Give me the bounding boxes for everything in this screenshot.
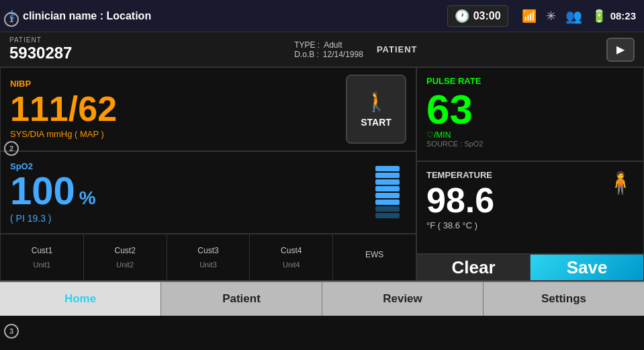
spo2-pi: ( PI 19.3 ) <box>10 213 375 224</box>
tab-review[interactable]: Review <box>322 282 484 316</box>
start-label: START <box>361 117 392 128</box>
bar-seg-6 <box>375 200 400 205</box>
ews-top: EWS <box>365 250 383 259</box>
app-wrapper: 1 2 3 ⚕ clinician name : Location 🕐 03:0… <box>0 0 644 350</box>
bar-seg-3 <box>375 179 400 185</box>
top-bar-center: 🕐 03:00 <box>447 5 508 27</box>
pulse-panel: PULSE RATE 63 ♡/MIN SOURCE : SpO2 <box>416 67 644 161</box>
cust2-bottom: Unit2 <box>116 261 134 269</box>
temp-label: TEMPERATURE <box>426 170 600 180</box>
patient-id: 5930287 <box>9 44 267 62</box>
bar-seg-5 <box>375 193 400 198</box>
dob-value: 12/14/1998 <box>323 50 363 59</box>
patient-right-label: PATIENT <box>377 44 418 54</box>
annotation-2: 2 <box>4 141 19 156</box>
nibp-label: NIBP <box>10 79 339 89</box>
temp-unit: °F ( 38.6 °C ) <box>426 220 600 230</box>
spo2-panel: SpO2 100 % ( PI 19.3 ) <box>0 151 416 234</box>
custom-cell-3[interactable]: Cust3 Unit3 <box>167 234 250 280</box>
temp-panel: TEMPERATURE 98.6 °F ( 38.6 °C ) 🧍 <box>416 161 644 254</box>
cust1-bottom: Unit1 <box>34 261 51 269</box>
body-temp-icon: 🧍 <box>607 170 634 195</box>
patient-type-row: TYPE : Adult <box>294 40 342 50</box>
cust3-top: Cust3 <box>197 246 218 255</box>
bar-seg-1 <box>375 166 400 171</box>
bottom-nav: Home Patient Review Settings <box>0 281 644 316</box>
pulse-value: 63 <box>426 89 634 130</box>
temp-value: 98.6 <box>426 183 600 218</box>
main-content: NIBP 111/62 SYS/DIA mmHg ( MAP ) 🚶 START… <box>0 67 644 281</box>
cust4-bottom: Unit4 <box>283 261 300 269</box>
timer-display: 🕐 03:00 <box>447 5 508 27</box>
nibp-panel: NIBP 111/62 SYS/DIA mmHg ( MAP ) 🚶 START <box>0 67 416 151</box>
custom-cell-4[interactable]: Cust4 Unit4 <box>250 234 333 280</box>
cust2-top: Cust2 <box>115 246 136 255</box>
loading-icon: ✳ <box>546 9 556 24</box>
spo2-data: SpO2 100 % ( PI 19.3 ) <box>10 161 375 224</box>
nibp-unit: SYS/DIA mmHg ( MAP ) <box>10 129 339 139</box>
patient-info-left: PATIENT 5930287 <box>9 36 267 62</box>
cust3-bottom: Unit3 <box>199 261 217 269</box>
spo2-percent: % <box>79 187 96 209</box>
patient-info-right: PATIENT ▶ <box>363 38 635 62</box>
patient-dob-row: D.o.B : 12/14/1998 <box>294 50 363 59</box>
nibp-value: 111/62 <box>10 91 339 126</box>
spo2-value: 100 <box>10 171 75 210</box>
signal-bars-icon: 📶 <box>522 9 537 24</box>
annotation-1: 1 <box>4 12 19 27</box>
custom-cell-2[interactable]: Cust2 Unit2 <box>84 234 167 280</box>
tab-settings-label: Settings <box>541 292 586 306</box>
person-icon: 🚶 <box>365 91 388 113</box>
annotation-3: 3 <box>4 324 19 339</box>
cust4-top: Cust4 <box>281 246 302 255</box>
temp-data: TEMPERATURE 98.6 °F ( 38.6 °C ) <box>426 170 600 230</box>
custom-cell-1[interactable]: Cust1 Unit1 <box>1 234 84 280</box>
tab-home[interactable]: Home <box>0 282 161 316</box>
tab-patient[interactable]: Patient <box>161 282 322 316</box>
type-value: Adult <box>324 40 342 50</box>
top-bar-left: ⚕ clinician name : Location <box>8 7 447 25</box>
play-icon: ▶ <box>616 43 625 56</box>
play-button[interactable]: ▶ <box>606 38 635 62</box>
patient-label: PATIENT <box>9 36 267 44</box>
tab-patient-label: Patient <box>222 292 261 306</box>
top-bar-right: 📶 ✳ 👥 🔋 08:23 <box>522 8 636 24</box>
right-column: PULSE RATE 63 ♡/MIN SOURCE : SpO2 TEMPER… <box>416 67 644 281</box>
top-bar: ⚕ clinician name : Location 🕐 03:00 📶 ✳ … <box>0 0 644 32</box>
nibp-start-button[interactable]: 🚶 START <box>346 75 406 144</box>
save-button[interactable]: Save <box>531 255 643 280</box>
tab-settings[interactable]: Settings <box>484 282 644 316</box>
patient-info-center: TYPE : Adult D.o.B : 12/14/1998 <box>294 40 363 59</box>
users-icon: 👥 <box>565 8 582 24</box>
bar-seg-7 <box>375 206 400 212</box>
battery-section: 🔋 08:23 <box>592 9 636 24</box>
tab-review-label: Review <box>383 292 422 306</box>
nibp-data: NIBP 111/62 SYS/DIA mmHg ( MAP ) <box>10 75 339 144</box>
clinician-name: clinician name : Location <box>23 10 151 22</box>
clock-value: 08:23 <box>610 10 636 21</box>
cust1-top: Cust1 <box>32 246 52 255</box>
bar-seg-2 <box>375 173 400 178</box>
clear-button[interactable]: Clear <box>417 255 531 280</box>
patient-header: PATIENT 5930287 TYPE : Adult D.o.B : 12/… <box>0 32 644 67</box>
timer-icon: 🕐 <box>455 9 469 24</box>
custom-cell-ews[interactable]: EWS <box>333 234 416 280</box>
type-label: TYPE : <box>294 40 320 50</box>
bar-seg-4 <box>375 186 400 191</box>
bar-seg-8 <box>375 213 400 218</box>
action-buttons: Clear Save <box>416 254 644 281</box>
pulse-source: SOURCE : SpO2 <box>426 140 634 148</box>
dob-label: D.o.B : <box>294 50 319 59</box>
timer-value: 03:00 <box>473 10 501 22</box>
custom-row: Cust1 Unit1 Cust2 Unit2 Cust3 Unit3 Cust… <box>0 234 416 281</box>
left-column: NIBP 111/62 SYS/DIA mmHg ( MAP ) 🚶 START… <box>0 67 416 281</box>
pulse-label: PULSE RATE <box>426 76 634 86</box>
tab-home-label: Home <box>64 292 96 306</box>
spo2-bar-chart <box>375 166 400 218</box>
battery-icon: 🔋 <box>592 9 606 24</box>
